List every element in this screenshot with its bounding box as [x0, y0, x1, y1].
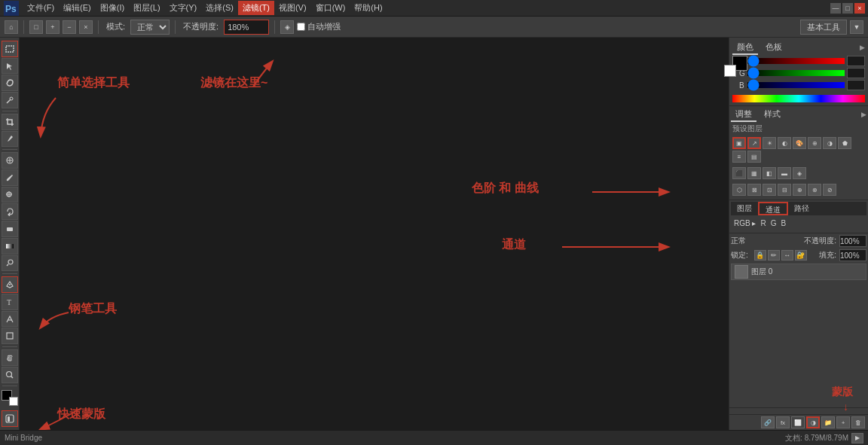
menu-layer[interactable]: 图层(L) — [129, 1, 164, 15]
adj-action2[interactable]: ⊠ — [747, 184, 761, 196]
adj-color-balance[interactable]: ⊕ — [808, 137, 821, 149]
adj-gradient-map[interactable]: ▬ — [778, 167, 791, 179]
adj-levels[interactable]: ▣ — [732, 137, 746, 149]
adj-action3[interactable]: ⊡ — [763, 184, 776, 196]
menu-view[interactable]: 视图(V) — [274, 1, 311, 15]
tool-eyedropper[interactable] — [2, 131, 18, 148]
close-button[interactable]: × — [854, 3, 865, 14]
paths-tab[interactable]: 路径 — [788, 202, 815, 215]
lock-position[interactable]: ↔ — [781, 250, 793, 261]
menu-edit[interactable]: 编辑(E) — [59, 1, 96, 15]
lock-all[interactable]: 🔐 — [795, 250, 807, 261]
adj-color-lookup[interactable]: ▤ — [747, 151, 761, 163]
menu-file[interactable]: 文件(F) — [23, 1, 59, 15]
status-arrow[interactable]: ▶ — [851, 433, 863, 443]
new-layer-icon[interactable]: + — [836, 416, 850, 428]
menu-window[interactable]: 窗口(W) — [311, 1, 350, 15]
lock-pixels[interactable]: ✏ — [768, 250, 780, 261]
layer-item[interactable]: 图层 0 — [731, 264, 866, 280]
adj-invert[interactable]: ⬛ — [732, 167, 746, 179]
add-selection-icon[interactable]: + — [46, 20, 60, 34]
tool-clone[interactable] — [2, 187, 18, 203]
tool-marquee[interactable] — [2, 41, 18, 57]
opacity-input[interactable] — [224, 20, 269, 35]
color-tab[interactable]: 颜色 — [732, 41, 758, 55]
swatches-tab[interactable]: 色板 — [761, 41, 787, 55]
group-layers-icon[interactable]: 📁 — [821, 416, 835, 428]
adj-photo-filter[interactable]: ⬟ — [838, 137, 851, 149]
auto-enhance-checkbox[interactable]: 自动增强 — [297, 21, 341, 32]
intersect-selection-icon[interactable]: × — [79, 20, 93, 34]
opacity-value[interactable] — [839, 235, 866, 247]
adj-vibrance[interactable]: ◐ — [778, 137, 791, 149]
menu-select[interactable]: 选择(S) — [201, 1, 238, 15]
tool-text[interactable]: T — [2, 294, 18, 310]
adj-posterize[interactable]: ▦ — [747, 167, 761, 179]
adj-action7[interactable]: ⊘ — [823, 184, 836, 196]
adj-action6[interactable]: ⊗ — [808, 184, 821, 196]
channels-tab[interactable]: 通道 — [758, 202, 788, 215]
tool-hand[interactable] — [2, 349, 18, 366]
menu-help[interactable]: 帮助(H) — [350, 1, 387, 15]
maximize-button[interactable]: □ — [842, 3, 853, 14]
tool-spot-healing[interactable] — [2, 152, 18, 169]
tool-history-brush[interactable] — [2, 203, 18, 220]
subtract-selection-icon[interactable]: − — [63, 20, 76, 34]
red-value[interactable]: 0 — [847, 56, 865, 66]
new-selection-icon[interactable]: □ — [29, 20, 43, 34]
menu-image[interactable]: 图像(I) — [96, 1, 129, 15]
styles-tab[interactable]: 样式 — [760, 108, 785, 122]
tool-dodge[interactable] — [2, 255, 18, 272]
color-spectrum[interactable] — [732, 95, 865, 102]
adj-action4[interactable]: ⊟ — [778, 184, 791, 196]
adj-channel-mixer[interactable]: ≡ — [732, 151, 746, 163]
adj-hsl[interactable]: 🎨 — [793, 137, 806, 149]
tool-eraser[interactable] — [2, 221, 18, 237]
adj-selective-color[interactable]: ◈ — [793, 167, 806, 179]
blue-value[interactable]: 0 — [847, 80, 865, 90]
adj-action1[interactable]: ⬡ — [732, 184, 746, 196]
tool-quick-mask[interactable] — [2, 410, 18, 427]
tool-pen[interactable] — [2, 276, 18, 293]
mode-select[interactable]: 正常 — [130, 20, 170, 35]
background-color[interactable] — [9, 397, 18, 406]
tool-zoom[interactable] — [2, 367, 18, 383]
tool-move[interactable] — [2, 58, 18, 75]
fill-value[interactable] — [839, 249, 866, 261]
background-swatch[interactable] — [724, 65, 736, 77]
blue-slider[interactable] — [747, 82, 845, 88]
channels-g[interactable]: G — [769, 217, 778, 230]
adj-bw[interactable]: ◑ — [823, 137, 836, 149]
color-swatches[interactable] — [2, 390, 18, 407]
fg-bg-swatches[interactable] — [732, 56, 736, 77]
red-slider[interactable] — [747, 58, 845, 64]
tool-options-icon[interactable]: ⌂ — [5, 20, 18, 34]
green-value[interactable]: 0 — [847, 68, 865, 78]
tool-lasso[interactable] — [2, 75, 18, 91]
adj-curves[interactable]: ↗ — [747, 137, 761, 149]
color-panel-collapse[interactable]: ▶ — [860, 44, 865, 51]
channels-r[interactable]: R — [759, 217, 767, 230]
layers-channel-tab[interactable]: 图层 — [731, 202, 758, 215]
channels-b[interactable]: B — [779, 217, 787, 230]
adjustment-layer-icon[interactable]: ◑ — [806, 416, 820, 428]
adjustments-collapse[interactable]: ▶ — [861, 111, 866, 118]
menu-filter[interactable]: 滤镜(T) — [238, 1, 274, 15]
tool-shape[interactable] — [2, 328, 18, 344]
workspace-dropdown-icon[interactable]: ▼ — [850, 20, 863, 34]
tool-brush[interactable] — [2, 169, 18, 186]
minimize-button[interactable]: — — [830, 3, 841, 14]
adjustments-tab[interactable]: 调整 — [731, 108, 756, 122]
menu-text[interactable]: 文字(Y) — [165, 1, 202, 15]
tool-crop[interactable] — [2, 114, 18, 130]
link-layers-icon[interactable]: 🔗 — [761, 416, 775, 428]
adj-exposure[interactable]: ☀ — [763, 137, 776, 149]
green-slider[interactable] — [747, 70, 845, 76]
tool-path-select[interactable] — [2, 311, 18, 328]
delete-layer-icon[interactable]: 🗑 — [851, 416, 865, 428]
layer-style-icon[interactable]: fx — [776, 416, 790, 428]
tool-gradient[interactable] — [2, 238, 18, 255]
add-mask-icon[interactable]: ⬜ — [791, 416, 805, 428]
adj-threshold[interactable]: ◧ — [763, 167, 776, 179]
adj-action5[interactable]: ⊕ — [793, 184, 806, 196]
